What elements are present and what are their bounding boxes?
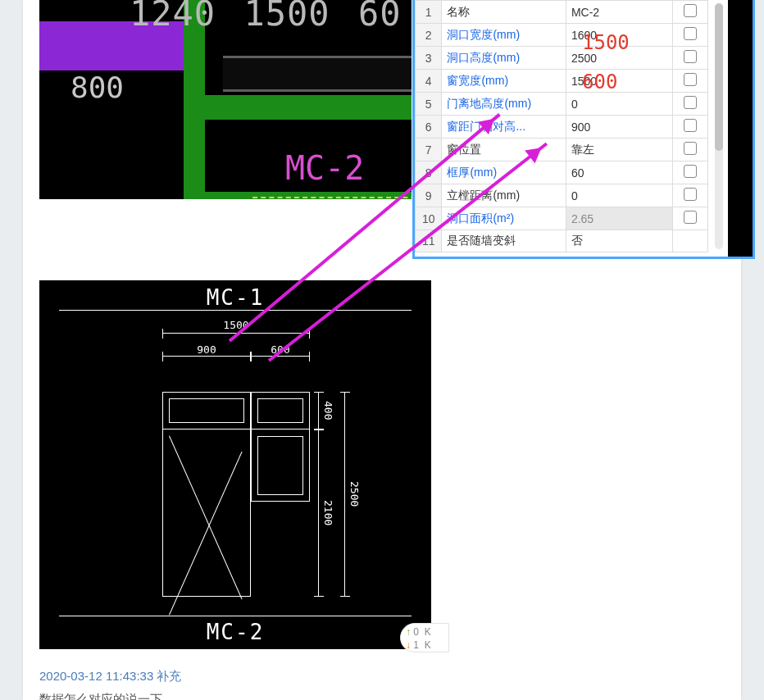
viewport-element-label: MC-2 [285,149,364,187]
property-row[interactable]: 2洞口宽度(mm)1600 [416,24,708,47]
cad-dim-w2: 600 [251,356,310,369]
cad-window-inner [257,436,303,495]
property-row[interactable]: 9立樘距离(mm)0 [416,184,708,207]
property-value[interactable]: 靠左 [566,139,672,161]
property-checkbox-cell[interactable] [672,207,707,230]
viewport-window-slot [223,56,412,92]
property-row[interactable]: 6窗距门相对高...900 [416,116,708,139]
property-checkbox-cell[interactable] [672,184,707,207]
property-row-index: 3 [416,47,442,70]
property-checkbox-cell[interactable] [672,70,707,93]
property-table: 1名称MC-22洞口宽度(mm)16003洞口高度(mm)25004窗宽度(mm… [415,0,708,252]
property-checkbox-cell[interactable] [672,116,707,139]
property-name[interactable]: 框厚(mm) [442,161,566,184]
property-name[interactable]: 洞口高度(mm) [442,47,566,70]
property-value[interactable]: 60 [566,161,672,184]
property-name[interactable]: 门离地高度(mm) [442,93,566,116]
property-row-index: 7 [416,139,442,161]
viewport-3d: 1240 1500 60 800 MC-2 [39,0,412,199]
property-checkbox-cell[interactable] [672,139,707,161]
supplement-body: 数据怎么对应的说一下 [39,692,162,700]
upvote-count: 0 [413,626,419,638]
property-name[interactable]: 洞口宽度(mm) [442,24,566,47]
cad-transom-inner-l [169,398,244,423]
supplement-timestamp: 2020-03-12 11:43:33 补充 [39,669,181,684]
property-row-index: 5 [416,93,442,116]
downvote-count: 1 [413,639,419,651]
property-row[interactable]: 1名称MC-2 [416,1,708,24]
property-row[interactable]: 4窗宽度(mm)1500 [416,70,708,93]
property-row-index: 4 [416,70,442,93]
property-value[interactable]: 0 [566,184,672,207]
property-name: 立樘距离(mm) [442,184,566,207]
property-name: 名称 [442,1,566,24]
cad-title-bottom: MC-2 [39,616,431,644]
checkbox-icon[interactable] [684,211,697,224]
property-checkbox-cell[interactable] [672,1,707,24]
property-value[interactable]: MC-2 [566,1,672,24]
checkbox-icon[interactable] [684,73,697,86]
checkbox-icon[interactable] [684,4,697,17]
cad-title-top: MC-1 [39,285,431,311]
property-row-index: 2 [416,24,442,47]
downvote-icon[interactable]: ↓ [406,639,411,651]
viewport-dim-a: 1240 [130,0,216,34]
annotation-red-1500: 1500 [582,31,630,54]
property-checkbox-cell[interactable] [672,93,707,116]
cad-dim-total-height: 2500 [344,392,357,597]
property-value[interactable]: 900 [566,116,672,139]
cad-transom-inner-r [257,398,303,423]
annotation-red-600: 600 [582,70,617,93]
checkbox-icon[interactable] [684,119,697,132]
upvote-icon[interactable]: ↑ [406,626,411,638]
property-panel-darkstrip [728,0,753,257]
property-row-index: 1 [416,1,442,24]
property-value[interactable]: 0 [566,93,672,116]
viewport-top-dimensions: 1240 1500 60 [130,0,407,34]
property-checkbox-cell[interactable] [672,161,707,184]
property-value: 2.65 [566,207,672,230]
property-row-index: 9 [416,184,442,207]
property-checkbox-cell[interactable] [672,24,707,47]
cad-dim-h1: 400 [318,392,331,430]
property-row[interactable]: 3洞口高度(mm)2500 [416,47,708,70]
property-checkbox-cell[interactable] [672,47,707,70]
property-row[interactable]: 5门离地高度(mm)0 [416,93,708,116]
viewport-dim-left: 800 [70,70,124,104]
property-row[interactable]: 11是否随墙变斜否 [416,230,708,252]
checkbox-icon[interactable] [684,142,697,155]
viewport-dim-b: 1500 [243,0,330,34]
property-checkbox-cell[interactable] [672,230,707,252]
checkbox-icon[interactable] [684,27,697,40]
checkbox-icon[interactable] [684,50,697,63]
checkbox-icon[interactable] [684,188,697,201]
checkbox-icon[interactable] [684,96,697,109]
property-row[interactable]: 8框厚(mm)60 [416,161,708,184]
property-name: 是否随墙变斜 [442,230,566,252]
property-value[interactable]: 否 [566,230,672,252]
property-row-index: 6 [416,116,442,139]
checkbox-icon[interactable] [684,165,697,178]
karma-widget[interactable]: ↑ 0 K ↓ 1 K [400,623,449,652]
cad-dim-h2: 2100 [318,430,331,597]
property-scrollbar[interactable] [715,3,723,249]
cad-dim-w1: 900 [162,356,251,369]
property-name[interactable]: 窗宽度(mm) [442,70,566,93]
viewport-dim-c: 60 [358,0,402,34]
